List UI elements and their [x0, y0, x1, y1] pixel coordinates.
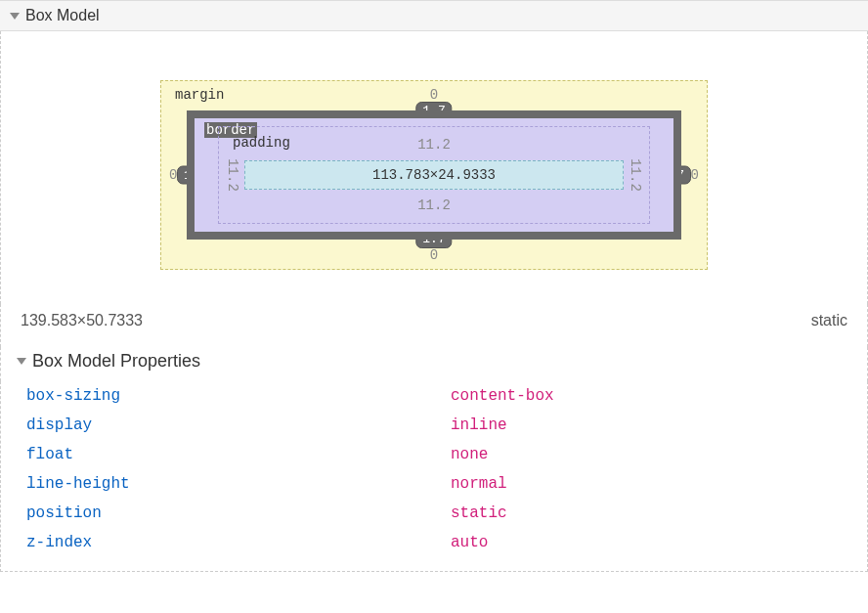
- padding-left-value[interactable]: 11.2: [225, 158, 240, 192]
- padding-right-value[interactable]: 11.2: [628, 158, 643, 192]
- properties-title: Box Model Properties: [32, 351, 200, 372]
- element-size-value: 139.583×50.7333: [21, 312, 143, 329]
- property-value[interactable]: content-box: [451, 387, 554, 405]
- padding-region[interactable]: padding 11.2 11.2 11.2 11.2 113.783×24.9…: [218, 126, 650, 224]
- margin-bottom-value[interactable]: 0: [430, 247, 438, 263]
- property-row: floatnone: [26, 440, 847, 469]
- margin-top-value[interactable]: 0: [430, 87, 438, 103]
- property-row: positionstatic: [26, 499, 847, 528]
- property-value[interactable]: normal: [451, 475, 507, 493]
- property-row: line-heightnormal: [26, 469, 847, 499]
- property-row: displayinline: [26, 411, 847, 440]
- box-model-figure: margin 0 0 0 0 1.7 1.7 1.7 1.7 border pa…: [0, 31, 868, 304]
- property-value[interactable]: auto: [451, 534, 488, 551]
- content-region[interactable]: 113.783×24.9333: [244, 160, 624, 190]
- property-row: box-sizingcontent-box: [26, 381, 847, 411]
- property-name[interactable]: display: [26, 416, 451, 434]
- margin-right-value[interactable]: 0: [691, 167, 699, 183]
- box-model-properties-header[interactable]: Box Model Properties: [0, 347, 868, 381]
- box-model-section-header[interactable]: Box Model: [0, 0, 868, 31]
- element-position-value: static: [811, 312, 847, 329]
- property-name[interactable]: box-sizing: [26, 387, 451, 405]
- padding-label: padding: [233, 135, 290, 151]
- property-value[interactable]: inline: [451, 416, 507, 434]
- property-name[interactable]: line-height: [26, 475, 451, 493]
- properties-list: box-sizingcontent-boxdisplayinlinefloatn…: [0, 381, 868, 572]
- content-size-value: 113.783×24.9333: [372, 167, 496, 183]
- section-title: Box Model: [25, 7, 100, 24]
- disclosure-triangle-icon: [17, 358, 26, 365]
- padding-bottom-value[interactable]: 11.2: [417, 197, 451, 213]
- property-name[interactable]: z-index: [26, 534, 451, 551]
- property-name[interactable]: position: [26, 504, 451, 522]
- margin-label: margin: [175, 87, 224, 103]
- margin-region[interactable]: margin 0 0 0 0 1.7 1.7 1.7 1.7 border pa…: [160, 80, 708, 270]
- property-value[interactable]: none: [451, 446, 488, 463]
- border-region[interactable]: border padding 11.2 11.2 11.2 11.2 113.7…: [187, 110, 681, 240]
- property-value[interactable]: static: [451, 504, 507, 522]
- property-row: z-indexauto: [26, 528, 847, 557]
- disclosure-triangle-icon: [10, 13, 20, 20]
- padding-top-value[interactable]: 11.2: [417, 137, 451, 153]
- property-name[interactable]: float: [26, 446, 451, 463]
